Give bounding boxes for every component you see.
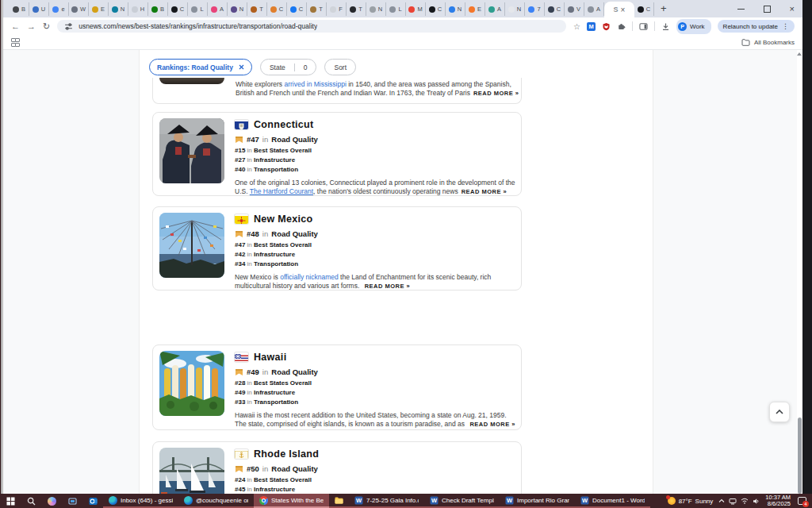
browser-tab[interactable]: A [584, 2, 604, 16]
taskbar-chrome-window[interactable]: States With the Bes... [254, 494, 329, 508]
taskbar-word-window[interactable]: WImportant Rio Gran... [500, 494, 575, 508]
browser-tab[interactable]: E [465, 2, 485, 16]
state-description: Hawaii is the most recent addition to th… [235, 411, 519, 429]
sort-chip[interactable]: Sort [324, 59, 356, 75]
taskbar-taskview-button[interactable] [62, 494, 82, 508]
taskbar-explorer-button[interactable] [329, 494, 349, 508]
road-rank-number: #50 [247, 464, 259, 473]
chip-close-icon[interactable] [239, 64, 244, 70]
taskbar-copilot-button[interactable] [41, 494, 62, 508]
browser-tab[interactable]: A [208, 2, 228, 16]
download-icon[interactable] [661, 22, 670, 31]
rankings-filter-chip[interactable]: Rankings: Road Quality [149, 59, 252, 75]
browser-tab[interactable]: C [545, 2, 565, 16]
bookmark-star-icon[interactable]: ☆ [573, 22, 580, 31]
taskbar-edge-window[interactable]: Inbox (645) - gessin... [103, 494, 178, 508]
browser-tab[interactable]: 7 [525, 2, 545, 16]
browser-tab[interactable]: L [386, 2, 406, 16]
forward-icon[interactable]: → [27, 21, 36, 31]
scroll-to-top-button[interactable] [769, 402, 790, 422]
browser-tab[interactable]: B [10, 2, 29, 16]
browser-tab[interactable]: C [168, 2, 188, 16]
maximize-icon[interactable] [764, 6, 771, 13]
active-tab[interactable]: S× [604, 2, 634, 17]
browser-tab[interactable]: N [446, 2, 465, 16]
browser-tab[interactable]: C [267, 2, 287, 16]
relaunch-to-update-button[interactable]: Relaunch to update ⋮ [718, 20, 795, 33]
state-filter-chip[interactable]: State 0 [260, 59, 317, 75]
hartford-courant-link[interactable]: The Hartford Courant [250, 187, 313, 195]
browser-tab[interactable]: C [634, 2, 654, 16]
windows-taskbar: Inbox (645) - gessin...@couchqueenie on.… [0, 494, 812, 508]
wifi-icon[interactable] [741, 498, 749, 504]
tray-net[interactable] [729, 498, 737, 505]
arrived-in-mississippi-link[interactable]: arrived in Mississippi [284, 80, 346, 88]
tray-chevron-up-icon[interactable] [718, 498, 725, 503]
browser-tab[interactable]: M [406, 2, 426, 16]
browser-tab[interactable]: H [128, 2, 148, 16]
browser-tab[interactable]: B [148, 2, 168, 16]
tray-vol[interactable] [753, 498, 760, 505]
browser-tab[interactable]: A [485, 2, 505, 16]
taskbar-edge-window[interactable]: @couchqueenie on... [178, 494, 254, 508]
taskbar-clock[interactable]: 10:37 AM 8/6/2025 [765, 495, 791, 508]
browser-tab[interactable]: T [347, 2, 366, 16]
extensions-puzzle-icon[interactable] [617, 22, 626, 31]
volume-icon[interactable] [753, 498, 760, 505]
profile-chip[interactable]: P Work [676, 19, 711, 34]
malwarebytes-extension-icon[interactable]: M [587, 22, 596, 31]
browser-tab[interactable]: V [565, 2, 584, 16]
tab-title: L [200, 6, 203, 13]
notification-center-button[interactable]: 4 [796, 495, 808, 506]
browser-tab[interactable]: N [228, 2, 247, 16]
taskbar-window-title: Document1 - Word [592, 497, 645, 504]
taskbar-word-window[interactable]: WCheck Draft Templa... [424, 494, 500, 508]
word-icon: W [430, 496, 439, 505]
browser-tab[interactable]: L [188, 2, 208, 16]
side-panel-icon[interactable] [639, 22, 648, 31]
site-settings-icon[interactable] [64, 22, 73, 31]
network-icon[interactable] [729, 498, 737, 505]
page-scrollbar[interactable] [796, 50, 802, 494]
read-more-link[interactable]: READ MORE » [462, 188, 508, 195]
reload-icon[interactable]: ↻ [43, 21, 50, 32]
browser-tab[interactable]: C [426, 2, 446, 16]
scrollbar-up-arrow[interactable] [797, 52, 802, 56]
read-more-link[interactable]: READ MORE » [473, 90, 519, 97]
taskbar-weather-widget[interactable]: 87°F Sunny [668, 497, 714, 505]
browser-tab[interactable]: N [109, 2, 128, 16]
tab-groups-icon[interactable] [11, 38, 18, 47]
browser-tab[interactable]: W [69, 2, 89, 16]
browser-tab[interactable]: T [307, 2, 327, 16]
scrollbar-thumb[interactable] [798, 418, 802, 494]
clock-date: 8/6/2025 [765, 501, 791, 508]
taskbar-start-button[interactable] [0, 494, 21, 508]
browser-tab[interactable]: N [366, 2, 386, 16]
browser-tab[interactable]: F [327, 2, 347, 16]
kebab-menu-icon[interactable]: ⋮ [782, 22, 789, 30]
taskbar-outlook-button[interactable] [82, 494, 103, 508]
all-bookmarks-button[interactable]: All Bookmarks [741, 38, 795, 47]
browser-tab[interactable]: C [287, 2, 307, 16]
mcafee-shield-extension-icon[interactable] [602, 22, 611, 31]
minimize-icon[interactable] [737, 9, 745, 10]
read-more-link[interactable]: READ MORE » [469, 421, 515, 428]
tab-close-icon[interactable]: × [621, 6, 626, 14]
close-icon[interactable]: × [790, 5, 795, 13]
taskbar-word-window[interactable]: W7-25-25 Gala Info.d... [349, 494, 424, 508]
new-tab-button[interactable]: + [661, 2, 667, 14]
read-more-link[interactable]: READ MORE » [365, 283, 411, 290]
browser-tab[interactable]: E [89, 2, 109, 16]
tray-wifi[interactable] [741, 498, 749, 504]
browser-tab[interactable]: U [29, 2, 49, 16]
taskbar-word-window[interactable]: WDocument1 - Word [575, 494, 650, 508]
url-bar[interactable]: usnews.com/news/best-states/rankings/inf… [57, 20, 566, 33]
rank-line: #27 in Infrastructure [235, 156, 519, 164]
browser-tab[interactable]: N [505, 2, 525, 16]
officially-nicknamed-link[interactable]: officially nicknamed [280, 273, 339, 281]
browser-tab[interactable]: T [247, 2, 267, 16]
taskbar-search-button[interactable] [21, 494, 41, 508]
tray-chevron[interactable] [718, 498, 725, 503]
browser-tab[interactable]: e [49, 2, 69, 16]
back-icon[interactable]: ← [11, 21, 20, 31]
